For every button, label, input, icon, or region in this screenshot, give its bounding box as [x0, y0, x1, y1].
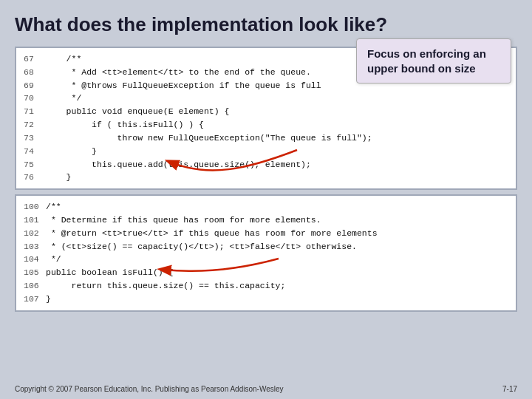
slide-number: 7-17: [502, 385, 517, 393]
line-code: */: [46, 92, 81, 105]
line-code: * @throws FullQueueException if the queu…: [46, 79, 321, 92]
code-line: 101 * Determine if this queue has room f…: [24, 214, 508, 227]
line-code: * @return <tt>true</tt> if this queue ha…: [46, 227, 378, 240]
line-number: 107: [24, 293, 46, 306]
line-number: 106: [24, 279, 46, 293]
line-number: 74: [24, 145, 46, 158]
line-code: */: [46, 253, 61, 266]
line-code: this.queue.add(this.queue.size(), elemen…: [46, 158, 311, 171]
line-code: * (<tt>size() == capacity()</tt>); <tt>f…: [46, 240, 357, 253]
code-line: 72 if ( this.isFull() ) {: [24, 118, 508, 132]
code-line: 107}: [24, 293, 508, 306]
line-number: 75: [24, 158, 46, 171]
code-lines-2: 100/**101 * Determine if this queue has …: [24, 200, 508, 306]
slide-title: What does the implementation look like?: [15, 13, 517, 36]
line-number: 101: [24, 214, 46, 227]
line-number: 68: [24, 66, 46, 79]
slide: What does the implementation look like? …: [0, 0, 532, 399]
line-code: * Add <tt>element</tt> to the end of the…: [46, 66, 311, 79]
code-block-2: 100/**101 * Determine if this queue has …: [15, 194, 517, 312]
line-number: 100: [24, 200, 46, 214]
line-code: public boolean isFull() {: [46, 266, 174, 279]
line-code: return this.queue.size() == this.capacit…: [46, 279, 285, 293]
line-number: 67: [24, 52, 46, 66]
code-line: 102 * @return <tt>true</tt> if this queu…: [24, 227, 508, 240]
tooltip-box: Focus on enforcing an upper bound on siz…: [356, 38, 511, 83]
line-number: 70: [24, 92, 46, 105]
line-code: if ( this.isFull() ) {: [46, 118, 204, 132]
line-code: }: [46, 145, 97, 158]
tooltip-text: Focus on enforcing an upper bound on siz…: [367, 47, 486, 75]
line-number: 105: [24, 266, 46, 279]
code-line: 71 public void enqueue(E element) {: [24, 105, 508, 118]
line-code: * Determine if this queue has room for m…: [46, 214, 321, 227]
line-number: 103: [24, 240, 46, 253]
line-number: 71: [24, 105, 46, 118]
code-line: 75 this.queue.add(this.queue.size(), ele…: [24, 158, 508, 171]
copyright-text: Copyright © 2007 Pearson Education, Inc.…: [15, 385, 284, 393]
code-line: 70 */: [24, 92, 508, 105]
code-line: 105public boolean isFull() {: [24, 266, 508, 279]
line-number: 73: [24, 132, 46, 145]
code-line: 74 }: [24, 145, 508, 158]
line-code: throw new FullQueueException("The queue …: [46, 132, 372, 145]
code-line: 100/**: [24, 200, 508, 214]
line-code: public void enqueue(E element) {: [46, 105, 229, 118]
line-code: /**: [46, 200, 61, 214]
line-number: 72: [24, 118, 46, 132]
line-number: 102: [24, 227, 46, 240]
line-code: }: [46, 171, 72, 184]
code-line: 73 throw new FullQueueException("The que…: [24, 132, 508, 145]
code-line: 104 */: [24, 253, 508, 266]
code-line: 106 return this.queue.size() == this.cap…: [24, 279, 508, 293]
line-number: 76: [24, 171, 46, 184]
code-line: 103 * (<tt>size() == capacity()</tt>); <…: [24, 240, 508, 253]
line-number: 104: [24, 253, 46, 266]
code-line: 76 }: [24, 171, 508, 184]
copyright-bar: Copyright © 2007 Pearson Education, Inc.…: [0, 385, 532, 393]
line-code: /**: [46, 52, 81, 66]
line-number: 69: [24, 79, 46, 92]
line-code: }: [46, 293, 51, 306]
